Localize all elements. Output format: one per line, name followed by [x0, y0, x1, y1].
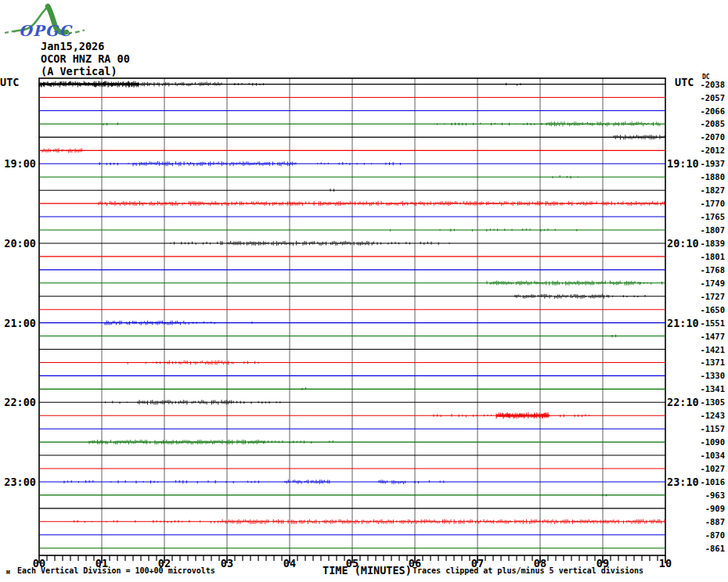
x-tick-label: 10	[655, 557, 676, 569]
dc-value: -1768	[686, 265, 725, 275]
dc-value: -1090	[686, 437, 725, 447]
dc-value: -2057	[686, 93, 725, 102]
dc-value: -2066	[686, 106, 725, 116]
helicorder-screen: OPGC Jan15,2026 OCOR HNZ RA 00 (A Vertic…	[0, 0, 728, 582]
dc-value: -2085	[686, 119, 725, 128]
left-hour-label: 20:00	[0, 237, 36, 250]
x-axis-title: TIME (MINUTES)	[323, 564, 412, 577]
dc-value: -887	[686, 517, 725, 526]
dc-value: -1477	[686, 332, 725, 341]
left-hour-label: 21:00	[0, 317, 36, 329]
dc-value: -1727	[686, 292, 725, 301]
dc-value: -1807	[686, 225, 725, 235]
dc-value: -1016	[686, 477, 725, 487]
dc-value: -1243	[686, 411, 725, 420]
clip-note: Traces clipped at plus/minus 5 vertical …	[413, 566, 643, 575]
dc-value: -870	[686, 530, 725, 540]
dc-value: -1770	[686, 199, 725, 208]
dc-value: -2038	[686, 80, 725, 89]
dc-value: -1330	[686, 371, 725, 380]
dc-value: -909	[686, 504, 725, 513]
x-tick-label: 04	[279, 557, 300, 569]
helicorder-plot	[0, 0, 728, 582]
dc-value: -1749	[686, 278, 725, 288]
dc-value: -1034	[686, 451, 725, 460]
scale-division-note: Each Vertical Division = 100+00 microvol…	[17, 566, 215, 575]
dc-value: -1765	[686, 212, 725, 221]
dc-value: -1801	[686, 252, 725, 261]
dc-value: -1027	[686, 464, 725, 473]
x-tick-label: 03	[217, 557, 237, 569]
dc-value: -1551	[686, 318, 725, 328]
dc-value: -1650	[686, 305, 725, 314]
left-hour-label: 22:00	[0, 396, 36, 408]
dc-value: -2070	[686, 132, 725, 142]
dc-value: -861	[686, 544, 725, 553]
dc-value: -2012	[686, 146, 725, 155]
dc-value: -1839	[686, 239, 725, 248]
dc-value: -1157	[686, 424, 725, 433]
dc-value: -1341	[686, 384, 725, 393]
dc-value: -1305	[686, 397, 725, 407]
dc-value: -1880	[686, 172, 725, 181]
dc-value: -1827	[686, 185, 725, 195]
dc-value: -1421	[686, 345, 725, 354]
dc-value: -1371	[686, 357, 725, 367]
scale-glyph: м	[6, 569, 10, 576]
left-hour-label: 23:00	[0, 476, 36, 488]
left-hour-label: 19:00	[0, 157, 36, 170]
dc-value: -1937	[686, 159, 725, 168]
dc-value: -963	[686, 490, 725, 500]
